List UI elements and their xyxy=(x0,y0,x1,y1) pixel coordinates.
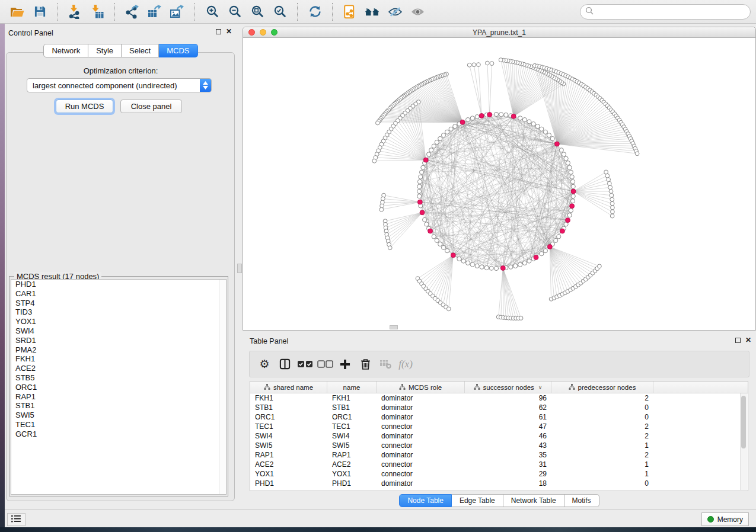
table-row[interactable]: STB1STB1dominator620 xyxy=(250,403,748,412)
mcds-result-item[interactable]: SRD1 xyxy=(11,336,226,345)
float-panel-icon[interactable] xyxy=(216,29,221,34)
table-cell: connector xyxy=(377,470,465,478)
close-panel-icon[interactable]: ✕ xyxy=(226,28,232,35)
window-close-icon[interactable] xyxy=(248,29,255,36)
select-all-icon[interactable] xyxy=(295,354,315,374)
add-row-icon[interactable] xyxy=(335,354,355,374)
show-columns-icon[interactable] xyxy=(275,354,295,374)
tab-network-table[interactable]: Network Table xyxy=(503,494,564,507)
table-panel-tabs: Node TableEdge TableNetwork TableMotifs xyxy=(243,494,756,507)
float-table-panel-icon[interactable] xyxy=(735,338,741,343)
search-box[interactable] xyxy=(580,4,751,20)
network-window-titlebar[interactable]: YPA_prune.txt_1 xyxy=(243,27,755,38)
splitter-handle-vertical[interactable] xyxy=(237,264,242,273)
zoom-in-icon[interactable] xyxy=(203,2,222,21)
optimization-criterion-dropdown[interactable]: largest connected component (undirected) xyxy=(27,78,212,92)
window-minimize-icon[interactable] xyxy=(260,29,266,36)
delete-table-icon xyxy=(375,354,395,374)
home-icon[interactable] xyxy=(363,2,382,21)
control-panel: Control Panel ✕ NetworkStyleSelectMCDS O… xyxy=(5,24,237,509)
memory-button[interactable]: Memory xyxy=(701,512,749,526)
table-cell: 2 xyxy=(551,394,653,402)
table-cell: dominator xyxy=(377,394,465,402)
table-row[interactable]: TEC1TEC1connector472 xyxy=(250,422,748,431)
table-row[interactable]: RAP1RAP1dominator352 xyxy=(250,450,748,460)
import-table-icon[interactable] xyxy=(88,2,107,21)
network-view-window: YPA_prune.txt_1 xyxy=(243,27,756,331)
delete-row-icon[interactable] xyxy=(355,354,375,374)
attribute-icon xyxy=(569,384,575,391)
mcds-result-item[interactable]: CAR1 xyxy=(11,289,226,299)
mcds-result-item[interactable]: STB5 xyxy=(11,373,226,383)
mcds-result-item[interactable]: RAP1 xyxy=(11,392,226,402)
tab-mcds[interactable]: MCDS xyxy=(159,44,197,57)
show-graphics-details-icon[interactable] xyxy=(408,2,427,21)
save-session-icon[interactable] xyxy=(30,2,49,21)
tab-network[interactable]: Network xyxy=(43,44,88,57)
search-input[interactable] xyxy=(594,5,750,18)
table-row[interactable]: PHD1PHD1dominator180 xyxy=(250,479,748,488)
table-cell: TEC1 xyxy=(327,422,377,431)
table-scrollbar-thumb[interactable] xyxy=(741,396,746,448)
column-header-name[interactable]: name xyxy=(327,382,377,393)
export-table-icon[interactable] xyxy=(145,2,164,21)
splitter-handle-horizontal[interactable] xyxy=(390,325,398,329)
table-row[interactable]: ACE2ACE2connector311 xyxy=(250,460,748,469)
open-file-icon[interactable] xyxy=(8,2,27,21)
mcds-result-item[interactable]: TID3 xyxy=(11,307,226,317)
window-maximize-icon[interactable] xyxy=(271,29,277,36)
table-cell: 1 xyxy=(551,470,653,478)
table-row[interactable]: SWI5SWI5connector431 xyxy=(250,441,748,450)
tab-style[interactable]: Style xyxy=(88,44,122,57)
zoom-selected-icon[interactable] xyxy=(270,2,289,21)
zoom-fit-icon[interactable] xyxy=(248,2,267,21)
column-header-shared-name[interactable]: shared name xyxy=(250,382,327,393)
table-cell: 29 xyxy=(465,470,551,478)
result-list-scrollbar[interactable] xyxy=(219,280,226,494)
close-panel-button[interactable]: Close panel xyxy=(120,100,182,113)
tab-node-table[interactable]: Node Table xyxy=(399,494,452,507)
mcds-result-item[interactable]: SWI5 xyxy=(11,411,226,420)
mcds-result-item[interactable]: STP4 xyxy=(11,299,226,308)
mcds-result-item[interactable]: PMA2 xyxy=(11,345,226,355)
column-header-MCDS-role[interactable]: MCDS role xyxy=(377,382,465,393)
tab-edge-table[interactable]: Edge Table xyxy=(452,494,503,507)
mcds-result-list[interactable]: PHD1CAR1STP4TID3YOX1SWI4SRD1PMA2FKH1ACE2… xyxy=(11,279,227,495)
table-row[interactable]: YOX1YOX1connector291 xyxy=(250,469,748,479)
hide-graphics-details-icon[interactable] xyxy=(385,2,404,21)
table-row[interactable]: SWI4SWI4dominator462 xyxy=(250,431,748,441)
table-cell: 47 xyxy=(465,422,551,431)
mcds-result-item[interactable]: ORC1 xyxy=(11,383,226,392)
refresh-layout-icon[interactable] xyxy=(305,2,324,21)
table-row[interactable]: FKH1FKH1dominator962 xyxy=(250,393,748,403)
table-cell: 0 xyxy=(551,403,653,412)
mcds-result-item[interactable]: FKH1 xyxy=(11,354,226,364)
clear-selection-icon[interactable] xyxy=(315,354,335,374)
mcds-result-item[interactable]: PHD1 xyxy=(11,280,226,289)
import-network-icon[interactable] xyxy=(65,2,84,21)
panel-splitter-vertical[interactable] xyxy=(237,24,243,509)
network-graph[interactable] xyxy=(243,37,755,330)
close-table-panel-icon[interactable]: ✕ xyxy=(745,337,751,344)
tab-motifs[interactable]: Motifs xyxy=(564,494,599,507)
attribute-icon xyxy=(399,384,406,391)
run-mcds-button[interactable]: Run MCDS xyxy=(56,100,113,113)
column-header-successor-nodes[interactable]: successor nodes∨ xyxy=(465,382,551,393)
table-settings-icon[interactable]: ⚙ xyxy=(254,354,275,374)
table-row[interactable]: ORC1ORC1dominator610 xyxy=(250,412,748,422)
mcds-result-item[interactable]: ACE2 xyxy=(11,364,226,373)
mcds-result-item[interactable]: YOX1 xyxy=(11,317,226,326)
mcds-result-item[interactable]: GCR1 xyxy=(11,430,226,439)
task-history-button[interactable] xyxy=(7,513,25,526)
table-cell: connector xyxy=(377,441,465,450)
mcds-result-item[interactable]: STB1 xyxy=(11,401,226,411)
zoom-out-icon[interactable] xyxy=(225,2,244,21)
column-header-predecessor-nodes[interactable]: predecessor nodes xyxy=(551,382,653,393)
export-image-icon[interactable] xyxy=(168,2,187,21)
network-overview-icon[interactable] xyxy=(340,2,359,21)
mcds-result-item[interactable]: SWI4 xyxy=(11,326,226,336)
export-network-icon[interactable] xyxy=(123,2,142,21)
table-scrollbar[interactable] xyxy=(740,393,747,490)
tab-select[interactable]: Select xyxy=(122,44,159,57)
mcds-result-item[interactable]: TEC1 xyxy=(11,420,226,430)
